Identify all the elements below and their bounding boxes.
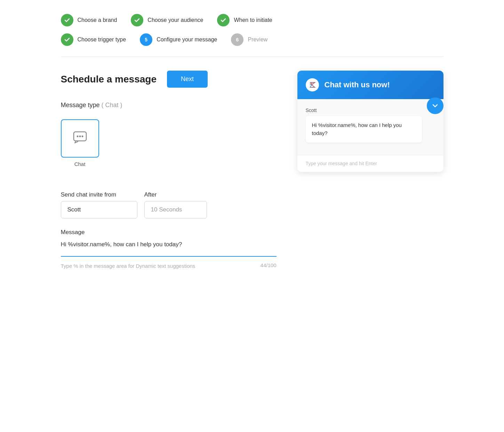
svg-point-2 — [79, 135, 81, 137]
step-when-to-initiate: When to initiate — [217, 14, 272, 26]
message-text: Hi %visitor.name%, how can I help you to… — [61, 240, 277, 249]
step-label-choose-trigger: Choose trigger type — [78, 37, 126, 43]
message-type-chat-card[interactable] — [61, 119, 99, 158]
after-label: After — [144, 191, 207, 198]
step-label-configure-message: Configure your message — [157, 37, 217, 43]
message-hint: Type % in the message area for Dynamic t… — [61, 262, 195, 270]
step-choose-audience: Choose your audience — [131, 14, 203, 26]
step-icon-choose-brand — [61, 14, 73, 26]
step-preview: 6 Preview — [231, 33, 267, 46]
step-label-choose-audience: Choose your audience — [147, 17, 203, 23]
message-label: Message — [61, 229, 277, 236]
step-icon-choose-audience — [131, 14, 143, 26]
preview-footer: Type your message and hit Enter — [297, 155, 443, 172]
preview-sender: Scott — [306, 107, 435, 113]
svg-point-3 — [81, 135, 83, 137]
send-invite-label: Send chat invite from — [61, 191, 137, 198]
message-type-badge: ( Chat ) — [102, 102, 122, 109]
preview-body: Scott Hi %visitor.name%, how can I help … — [297, 99, 443, 155]
page-title: Schedule a message — [61, 74, 157, 85]
preview-brand-text: Chat with us now! — [325, 80, 390, 89]
after-input[interactable] — [144, 201, 207, 218]
chat-type-label: Chat — [74, 161, 86, 167]
preview-bubble: Hi %visitor.name%, how can I help you to… — [306, 116, 422, 143]
preview-avatar: Z Z — [306, 78, 319, 91]
message-type-options: Chat — [61, 119, 277, 177]
char-count: 44/100 — [261, 262, 277, 268]
step-icon-configure-message: 5 — [140, 33, 152, 46]
collapse-button[interactable] — [427, 97, 443, 114]
svg-point-1 — [77, 135, 78, 137]
preview-widget: Z Z Chat with us now! Scott Hi %visitor.… — [297, 71, 443, 172]
step-choose-trigger: Choose trigger type — [61, 33, 126, 46]
next-button[interactable]: Next — [167, 71, 208, 88]
step-label-when-to-initiate: When to initiate — [234, 17, 272, 23]
step-icon-when-to-initiate — [217, 14, 230, 26]
step-icon-choose-trigger — [61, 33, 73, 46]
send-invite-input[interactable] — [61, 201, 137, 218]
message-divider — [61, 256, 277, 257]
step-label-preview: Preview — [248, 37, 267, 43]
preview-header: Z Z Chat with us now! — [297, 71, 443, 99]
svg-text:Z: Z — [310, 83, 313, 89]
step-label-choose-brand: Choose a brand — [78, 17, 117, 23]
chat-bubble-icon — [73, 131, 87, 146]
step-choose-brand: Choose a brand — [61, 14, 117, 26]
stepper: Choose a brand Choose your audience When… — [61, 14, 443, 57]
message-type-label: Message type ( Chat ) — [61, 102, 277, 109]
step-configure-message: 5 Configure your message — [140, 33, 217, 46]
preview-input-placeholder: Type your message and hit Enter — [306, 161, 435, 166]
step-icon-preview: 6 — [231, 33, 243, 46]
